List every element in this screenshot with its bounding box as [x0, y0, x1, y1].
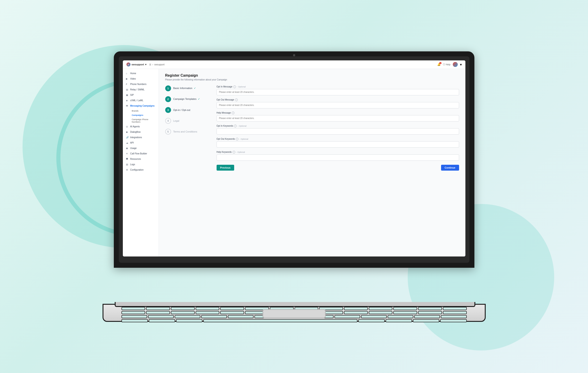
- sidebar-item-campaign-phone-numbers[interactable]: Campaign Phone Numbers: [130, 117, 159, 124]
- sidebar-item-label: Video: [130, 77, 136, 80]
- sidebar-item-call-flow[interactable]: ✕ Call Flow Builder: [123, 151, 159, 156]
- main-content: Register Campaign Please provide the fol…: [159, 69, 465, 256]
- sidebar-item-brands[interactable]: Brands: [130, 109, 159, 113]
- key: [121, 307, 145, 310]
- step-1-label: Basic Information ✓: [173, 87, 196, 90]
- step-3-circle: 3: [165, 107, 171, 113]
- breadcrumb-current: swsupport: [154, 63, 165, 66]
- help-button[interactable]: ⓘ Help: [443, 63, 451, 66]
- help-keywords-input[interactable]: [217, 154, 459, 161]
- key: [443, 307, 467, 310]
- help-message-input[interactable]: [217, 115, 459, 121]
- step-1: 1 Basic Information ✓: [165, 85, 210, 91]
- breadcrumb-separator: ›: [152, 63, 153, 66]
- user-avatar[interactable]: [453, 62, 458, 67]
- screen-bezel: S swsupport ▾ ☰ › swsupport 🔔: [119, 56, 470, 263]
- dialogflow-icon: ◆: [126, 131, 129, 133]
- opt-out-info-icon[interactable]: i: [235, 98, 238, 101]
- opt-out-keywords-input[interactable]: [217, 141, 459, 148]
- opt-out-keywords-info-icon[interactable]: i: [236, 138, 238, 140]
- sidebar-item-api[interactable]: ☁ API: [123, 140, 159, 146]
- step-5: 5 Terms and Conditions: [165, 129, 210, 135]
- help-message-group: Help Message i: [217, 112, 459, 121]
- opt-out-keywords-label: Opt Out Keywords i - Optional: [217, 138, 459, 140]
- key: [393, 311, 417, 314]
- opt-in-message-input[interactable]: [217, 89, 459, 95]
- sidebar-item-label: cXML / LaML: [130, 99, 144, 102]
- opt-in-keywords-input[interactable]: [217, 128, 459, 135]
- step-4-label: Legal: [173, 119, 179, 122]
- key: [414, 315, 440, 318]
- help-icon: ⓘ: [443, 63, 445, 66]
- key: [201, 315, 227, 318]
- messaging-icon: ✉: [126, 105, 129, 107]
- key: [171, 307, 195, 310]
- step-3: 3 Opt-in / Opt-out: [165, 107, 210, 113]
- opt-in-message-label: Opt In Message i - Optional: [217, 85, 459, 88]
- help-keywords-info-icon[interactable]: i: [232, 151, 235, 153]
- trackpad[interactable]: [262, 309, 326, 318]
- sidebar-item-label: Configuration: [130, 169, 144, 171]
- opt-in-info-icon[interactable]: i: [233, 85, 236, 88]
- key: [146, 311, 170, 314]
- relay-icon: ▤: [126, 88, 129, 91]
- video-icon: ▶: [126, 77, 129, 80]
- key: [388, 315, 413, 318]
- sidebar-item-integrations[interactable]: 🔗 Integrations: [123, 135, 159, 140]
- step-1-circle: 1: [165, 85, 171, 91]
- resources-icon: ⛊: [126, 158, 129, 160]
- step-3-label: Opt-in / Opt-out: [173, 109, 190, 111]
- breadcrumb: ☰ › swsupport: [149, 63, 165, 66]
- sidebar-item-cxml[interactable]: ◈ cXML / LaML: [123, 98, 159, 103]
- sidebar-item-resources[interactable]: ⛊ Resources: [123, 156, 159, 162]
- key: [121, 311, 145, 314]
- key: [441, 315, 467, 318]
- workspace-dropdown-icon[interactable]: ▾: [145, 63, 147, 66]
- key: [176, 319, 202, 322]
- nav-logo[interactable]: S swsupport ▾: [126, 63, 147, 66]
- key: [344, 307, 368, 310]
- sidebar-item-configuration[interactable]: ⚙ Configuration: [123, 167, 159, 173]
- breadcrumb-grid-icon: ☰: [149, 63, 151, 66]
- sidebar-item-dialogflow[interactable]: ◆ Dialogflow: [123, 129, 159, 135]
- sidebar-item-label: Integrations: [130, 136, 142, 139]
- workspace-name[interactable]: swsupport: [132, 63, 144, 66]
- previous-button[interactable]: Previous: [217, 165, 234, 171]
- sidebar-sub-messaging: Brands Campaigns Campaign Phone Numbers: [123, 109, 159, 124]
- key: [146, 307, 170, 310]
- sidebar-item-label: Resources: [130, 158, 141, 160]
- nav-right: 🔔 1 ⓘ Help ▾: [437, 62, 462, 67]
- opt-in-keywords-label: Opt In Keywords i - Optional: [217, 125, 459, 127]
- step-5-circle: 5: [165, 129, 171, 135]
- opt-out-message-group: Opt Out Message i: [217, 98, 459, 108]
- sidebar-item-campaigns[interactable]: Campaigns: [130, 113, 159, 117]
- sidebar-item-label: Logs: [130, 163, 135, 166]
- sidebar-item-messaging[interactable]: ✉ Messaging Campaigns: [123, 103, 159, 109]
- sidebar-item-relay[interactable]: ▤ Relay / SWML: [123, 87, 159, 92]
- phone-numbers-icon: #: [126, 83, 129, 86]
- opt-out-message-input[interactable]: [217, 102, 459, 108]
- opt-in-keywords-info-icon[interactable]: i: [234, 125, 237, 127]
- opt-in-keywords-group: Opt In Keywords i - Optional: [217, 125, 459, 135]
- step-4: 4 Legal: [165, 118, 210, 124]
- sidebar-item-home[interactable]: ⌂ Home: [123, 71, 159, 76]
- key-row-4: [121, 319, 467, 322]
- key: [335, 315, 360, 318]
- sidebar-item-phone-numbers[interactable]: # Phone Numbers: [123, 82, 159, 87]
- notification-bell[interactable]: 🔔 1: [437, 63, 441, 66]
- step-4-circle: 4: [165, 118, 171, 124]
- sidebar-item-usage[interactable]: ◉ Usage: [123, 146, 159, 151]
- sidebar-item-logs[interactable]: ▤ Logs: [123, 162, 159, 167]
- sidebar-item-label: Usage: [130, 147, 137, 149]
- sidebar-item-video[interactable]: ▶ Video: [123, 76, 159, 82]
- key: [175, 315, 200, 318]
- sidebar-item-sip[interactable]: ▣ SIP: [123, 92, 159, 98]
- key: [344, 311, 368, 314]
- notification-badge: 1: [439, 62, 441, 64]
- account-dropdown-icon[interactable]: ▾: [460, 63, 462, 67]
- help-message-info-icon[interactable]: i: [232, 112, 234, 114]
- key: [121, 315, 147, 318]
- sidebar-item-ai-agents[interactable]: ◎ AI Agents: [123, 124, 159, 129]
- sidebar-item-label: Relay / SWML: [130, 88, 145, 91]
- continue-button[interactable]: Continue: [441, 165, 459, 171]
